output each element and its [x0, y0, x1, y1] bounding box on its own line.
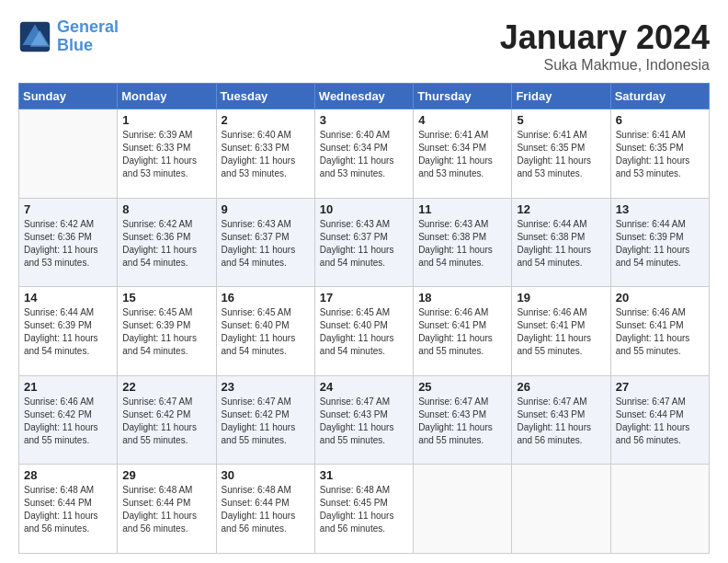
day-info: Sunrise: 6:39 AM Sunset: 6:33 PM Dayligh…	[122, 129, 210, 180]
header: General Blue January 2024 Suka Makmue, I…	[18, 18, 710, 74]
table-row: 11Sunrise: 6:43 AM Sunset: 6:38 PM Dayli…	[414, 198, 512, 287]
day-info: Sunrise: 6:48 AM Sunset: 6:44 PM Dayligh…	[122, 484, 210, 535]
title-area: January 2024 Suka Makmue, Indonesia	[500, 18, 710, 74]
day-info: Sunrise: 6:41 AM Sunset: 6:35 PM Dayligh…	[616, 129, 704, 180]
day-info: Sunrise: 6:47 AM Sunset: 6:42 PM Dayligh…	[222, 396, 310, 447]
table-row: 23Sunrise: 6:47 AM Sunset: 6:42 PM Dayli…	[216, 375, 314, 465]
logo-text: General Blue	[57, 18, 119, 55]
table-row: 8Sunrise: 6:42 AM Sunset: 6:36 PM Daylig…	[118, 198, 216, 287]
day-number: 2	[222, 113, 310, 127]
day-number: 13	[616, 202, 704, 216]
day-info: Sunrise: 6:47 AM Sunset: 6:43 PM Dayligh…	[517, 396, 605, 447]
table-row	[610, 465, 709, 554]
day-info: Sunrise: 6:43 AM Sunset: 6:38 PM Dayligh…	[418, 218, 506, 270]
col-wednesday: Wednesday	[314, 84, 413, 109]
table-row	[19, 109, 118, 199]
calendar-week-row: 21Sunrise: 6:46 AM Sunset: 6:42 PM Dayli…	[19, 375, 710, 465]
day-info: Sunrise: 6:47 AM Sunset: 6:43 PM Dayligh…	[418, 396, 506, 447]
day-info: Sunrise: 6:46 AM Sunset: 6:41 PM Dayligh…	[517, 306, 605, 358]
calendar-week-row: 1Sunrise: 6:39 AM Sunset: 6:33 PM Daylig…	[19, 109, 710, 199]
day-number: 21	[24, 380, 112, 394]
table-row: 18Sunrise: 6:46 AM Sunset: 6:41 PM Dayli…	[414, 287, 512, 376]
day-number: 16	[222, 291, 310, 304]
calendar-table: Sunday Monday Tuesday Wednesday Thursday…	[18, 83, 710, 554]
day-info: Sunrise: 6:46 AM Sunset: 6:42 PM Dayligh…	[24, 396, 112, 447]
day-number: 3	[320, 113, 408, 127]
day-number: 1	[122, 113, 210, 127]
day-number: 5	[517, 113, 605, 127]
day-number: 23	[222, 380, 310, 394]
table-row: 16Sunrise: 6:45 AM Sunset: 6:40 PM Dayli…	[216, 287, 314, 376]
day-info: Sunrise: 6:43 AM Sunset: 6:37 PM Dayligh…	[222, 218, 310, 270]
table-row: 19Sunrise: 6:46 AM Sunset: 6:41 PM Dayli…	[512, 287, 610, 376]
table-row: 24Sunrise: 6:47 AM Sunset: 6:43 PM Dayli…	[314, 375, 413, 465]
day-number: 19	[517, 291, 605, 304]
location: Suka Makmue, Indonesia	[500, 57, 710, 74]
table-row: 12Sunrise: 6:44 AM Sunset: 6:38 PM Dayli…	[512, 198, 610, 287]
table-row: 15Sunrise: 6:45 AM Sunset: 6:39 PM Dayli…	[118, 287, 216, 376]
table-row: 5Sunrise: 6:41 AM Sunset: 6:35 PM Daylig…	[512, 109, 610, 199]
day-number: 28	[24, 468, 112, 482]
table-row: 28Sunrise: 6:48 AM Sunset: 6:44 PM Dayli…	[19, 465, 118, 554]
calendar-week-row: 14Sunrise: 6:44 AM Sunset: 6:39 PM Dayli…	[19, 287, 710, 376]
day-number: 11	[418, 202, 506, 216]
day-info: Sunrise: 6:45 AM Sunset: 6:39 PM Dayligh…	[122, 306, 210, 358]
table-row: 3Sunrise: 6:40 AM Sunset: 6:34 PM Daylig…	[314, 109, 413, 199]
table-row: 14Sunrise: 6:44 AM Sunset: 6:39 PM Dayli…	[19, 287, 118, 376]
day-info: Sunrise: 6:41 AM Sunset: 6:34 PM Dayligh…	[418, 129, 506, 180]
logo-line1: General	[57, 17, 119, 36]
day-number: 9	[222, 202, 310, 216]
day-info: Sunrise: 6:42 AM Sunset: 6:36 PM Dayligh…	[122, 218, 210, 270]
calendar-week-row: 7Sunrise: 6:42 AM Sunset: 6:36 PM Daylig…	[19, 198, 710, 287]
day-info: Sunrise: 6:40 AM Sunset: 6:33 PM Dayligh…	[222, 129, 310, 180]
day-number: 6	[616, 113, 704, 127]
table-row: 29Sunrise: 6:48 AM Sunset: 6:44 PM Dayli…	[118, 465, 216, 554]
table-row: 20Sunrise: 6:46 AM Sunset: 6:41 PM Dayli…	[610, 287, 709, 376]
table-row: 9Sunrise: 6:43 AM Sunset: 6:37 PM Daylig…	[216, 198, 314, 287]
table-row	[512, 465, 610, 554]
col-friday: Friday	[512, 84, 610, 109]
month-title: January 2024	[500, 18, 710, 57]
day-info: Sunrise: 6:46 AM Sunset: 6:41 PM Dayligh…	[616, 306, 704, 358]
day-number: 4	[418, 113, 506, 127]
day-info: Sunrise: 6:44 AM Sunset: 6:39 PM Dayligh…	[616, 218, 704, 270]
day-number: 30	[222, 468, 310, 482]
table-row: 6Sunrise: 6:41 AM Sunset: 6:35 PM Daylig…	[610, 109, 709, 199]
table-row	[414, 465, 512, 554]
day-number: 31	[320, 468, 408, 482]
day-number: 20	[616, 291, 704, 304]
day-number: 15	[122, 291, 210, 304]
table-row: 22Sunrise: 6:47 AM Sunset: 6:42 PM Dayli…	[118, 375, 216, 465]
day-info: Sunrise: 6:41 AM Sunset: 6:35 PM Dayligh…	[517, 129, 605, 180]
table-row: 27Sunrise: 6:47 AM Sunset: 6:44 PM Dayli…	[610, 375, 709, 465]
day-number: 27	[616, 380, 704, 394]
col-monday: Monday	[118, 84, 216, 109]
col-saturday: Saturday	[610, 84, 709, 109]
day-info: Sunrise: 6:40 AM Sunset: 6:34 PM Dayligh…	[320, 129, 408, 180]
day-info: Sunrise: 6:48 AM Sunset: 6:45 PM Dayligh…	[320, 484, 408, 535]
day-number: 26	[517, 380, 605, 394]
day-number: 18	[418, 291, 506, 304]
day-info: Sunrise: 6:43 AM Sunset: 6:37 PM Dayligh…	[320, 218, 408, 270]
day-info: Sunrise: 6:47 AM Sunset: 6:43 PM Dayligh…	[320, 396, 408, 447]
table-row: 21Sunrise: 6:46 AM Sunset: 6:42 PM Dayli…	[19, 375, 118, 465]
table-row: 31Sunrise: 6:48 AM Sunset: 6:45 PM Dayli…	[314, 465, 413, 554]
table-row: 2Sunrise: 6:40 AM Sunset: 6:33 PM Daylig…	[216, 109, 314, 199]
calendar-header-row: Sunday Monday Tuesday Wednesday Thursday…	[19, 84, 710, 109]
col-thursday: Thursday	[414, 84, 512, 109]
table-row: 26Sunrise: 6:47 AM Sunset: 6:43 PM Dayli…	[512, 375, 610, 465]
table-row: 10Sunrise: 6:43 AM Sunset: 6:37 PM Dayli…	[314, 198, 413, 287]
day-info: Sunrise: 6:48 AM Sunset: 6:44 PM Dayligh…	[222, 484, 310, 535]
day-info: Sunrise: 6:45 AM Sunset: 6:40 PM Dayligh…	[320, 306, 408, 358]
day-info: Sunrise: 6:44 AM Sunset: 6:38 PM Dayligh…	[517, 218, 605, 270]
day-info: Sunrise: 6:48 AM Sunset: 6:44 PM Dayligh…	[24, 484, 112, 535]
day-number: 7	[24, 202, 112, 216]
day-number: 29	[122, 468, 210, 482]
day-info: Sunrise: 6:47 AM Sunset: 6:42 PM Dayligh…	[122, 396, 210, 447]
day-info: Sunrise: 6:45 AM Sunset: 6:40 PM Dayligh…	[222, 306, 310, 358]
calendar-week-row: 28Sunrise: 6:48 AM Sunset: 6:44 PM Dayli…	[19, 465, 710, 554]
col-tuesday: Tuesday	[216, 84, 314, 109]
table-row: 17Sunrise: 6:45 AM Sunset: 6:40 PM Dayli…	[314, 287, 413, 376]
day-number: 8	[122, 202, 210, 216]
col-sunday: Sunday	[19, 84, 118, 109]
